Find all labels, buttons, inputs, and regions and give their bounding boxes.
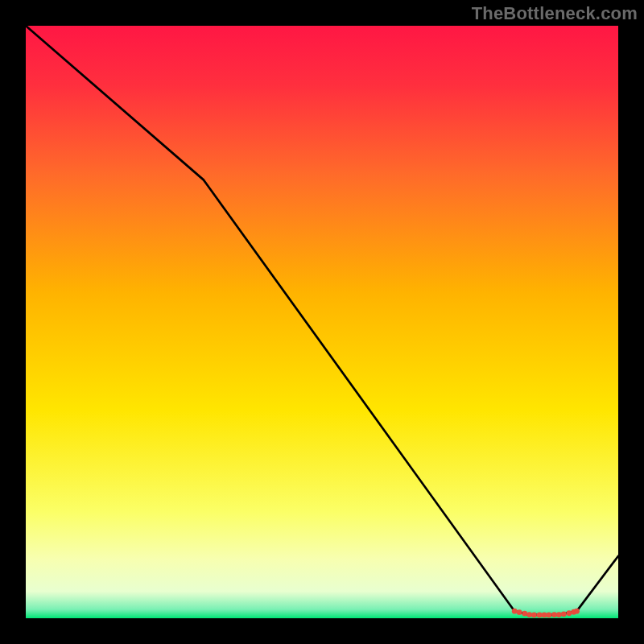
marker-dot xyxy=(531,613,537,618)
marker-dot xyxy=(574,609,580,614)
marker-dot xyxy=(567,610,572,616)
marker-dot xyxy=(512,609,518,614)
plot-area xyxy=(26,26,618,618)
chart-svg xyxy=(26,26,618,618)
marker-dot xyxy=(542,613,547,618)
marker-dot xyxy=(556,612,562,617)
marker-dot xyxy=(561,611,567,617)
marker-dot xyxy=(526,612,532,617)
watermark-text: TheBottleneck.com xyxy=(472,3,638,24)
marker-dot xyxy=(517,609,522,615)
gradient-background xyxy=(26,26,618,618)
marker-dot xyxy=(546,613,551,618)
marker-dot xyxy=(522,611,527,617)
chart-frame: TheBottleneck.com xyxy=(0,0,644,644)
marker-dot xyxy=(551,612,557,617)
marker-dot xyxy=(537,613,543,618)
